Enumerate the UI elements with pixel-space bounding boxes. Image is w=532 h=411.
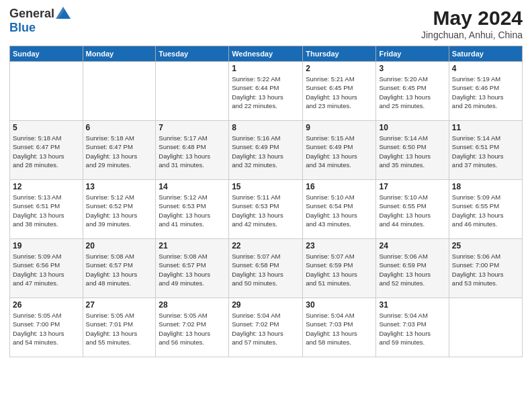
calendar-cell: 30Sunrise: 5:04 AMSunset: 7:03 PMDayligh… — [303, 298, 376, 357]
calendar-cell: 12Sunrise: 5:13 AMSunset: 6:51 PMDayligh… — [10, 180, 83, 239]
calendar-cell: 28Sunrise: 5:05 AMSunset: 7:02 PMDayligh… — [156, 298, 229, 357]
calendar-cell: 3Sunrise: 5:20 AMSunset: 6:45 PMDaylight… — [376, 62, 449, 121]
day-info: Sunrise: 5:09 AMSunset: 6:56 PMDaylight:… — [13, 252, 80, 287]
day-number: 19 — [13, 241, 80, 250]
header-wednesday: Wednesday — [229, 46, 303, 62]
day-info: Sunrise: 5:07 AMSunset: 6:59 PMDaylight:… — [306, 252, 373, 287]
calendar-cell: 18Sunrise: 5:09 AMSunset: 6:55 PMDayligh… — [449, 180, 522, 239]
day-number: 20 — [86, 241, 153, 250]
day-number: 7 — [159, 123, 226, 132]
header-tuesday: Tuesday — [156, 46, 229, 62]
day-number: 9 — [306, 123, 373, 132]
day-info: Sunrise: 5:08 AMSunset: 6:57 PMDaylight:… — [159, 252, 226, 287]
day-number: 29 — [232, 300, 300, 310]
day-info: Sunrise: 5:11 AMSunset: 6:53 PMDaylight:… — [232, 193, 300, 228]
day-info: Sunrise: 5:20 AMSunset: 6:45 PMDaylight:… — [379, 75, 445, 110]
day-info: Sunrise: 5:15 AMSunset: 6:49 PMDaylight:… — [306, 134, 373, 169]
calendar-cell: 1Sunrise: 5:22 AMSunset: 6:44 PMDaylight… — [229, 62, 303, 121]
calendar-cell: 25Sunrise: 5:06 AMSunset: 7:00 PMDayligh… — [449, 239, 522, 298]
calendar-cell: 14Sunrise: 5:12 AMSunset: 6:53 PMDayligh… — [156, 180, 229, 239]
day-number: 22 — [232, 241, 300, 250]
calendar-week-0: 1Sunrise: 5:22 AMSunset: 6:44 PMDaylight… — [10, 62, 523, 121]
day-info: Sunrise: 5:05 AMSunset: 7:02 PMDaylight:… — [159, 311, 226, 347]
day-number: 21 — [159, 241, 226, 250]
calendar-cell — [156, 62, 229, 121]
calendar-cell: 13Sunrise: 5:12 AMSunset: 6:52 PMDayligh… — [83, 180, 156, 239]
day-info: Sunrise: 5:08 AMSunset: 6:57 PMDaylight:… — [86, 252, 153, 287]
day-number: 10 — [379, 123, 445, 132]
day-number: 18 — [452, 182, 519, 191]
day-number: 14 — [159, 182, 226, 191]
day-info: Sunrise: 5:07 AMSunset: 6:58 PMDaylight:… — [232, 252, 300, 287]
calendar-cell: 24Sunrise: 5:06 AMSunset: 6:59 PMDayligh… — [376, 239, 449, 298]
calendar-cell: 2Sunrise: 5:21 AMSunset: 6:45 PMDaylight… — [303, 62, 376, 121]
day-info: Sunrise: 5:18 AMSunset: 6:47 PMDaylight:… — [13, 134, 80, 169]
day-info: Sunrise: 5:04 AMSunset: 7:03 PMDaylight:… — [306, 311, 373, 347]
calendar-cell: 17Sunrise: 5:10 AMSunset: 6:55 PMDayligh… — [376, 180, 449, 239]
calendar-cell: 23Sunrise: 5:07 AMSunset: 6:59 PMDayligh… — [303, 239, 376, 298]
header-monday: Monday — [83, 46, 156, 62]
calendar-cell: 5Sunrise: 5:18 AMSunset: 6:47 PMDaylight… — [10, 121, 83, 180]
day-info: Sunrise: 5:14 AMSunset: 6:51 PMDaylight:… — [452, 134, 519, 169]
day-info: Sunrise: 5:12 AMSunset: 6:52 PMDaylight:… — [86, 193, 153, 228]
day-info: Sunrise: 5:16 AMSunset: 6:49 PMDaylight:… — [232, 134, 300, 169]
calendar-cell: 29Sunrise: 5:04 AMSunset: 7:02 PMDayligh… — [229, 298, 303, 357]
calendar-cell: 21Sunrise: 5:08 AMSunset: 6:57 PMDayligh… — [156, 239, 229, 298]
day-number: 1 — [232, 64, 300, 73]
calendar: Sunday Monday Tuesday Wednesday Thursday… — [9, 46, 523, 357]
calendar-week-4: 26Sunrise: 5:05 AMSunset: 7:00 PMDayligh… — [10, 298, 523, 357]
calendar-header-row: Sunday Monday Tuesday Wednesday Thursday… — [10, 46, 523, 62]
calendar-cell — [83, 62, 156, 121]
day-info: Sunrise: 5:21 AMSunset: 6:45 PMDaylight:… — [306, 75, 373, 110]
day-number: 2 — [306, 64, 373, 73]
day-number: 23 — [306, 241, 373, 250]
day-info: Sunrise: 5:09 AMSunset: 6:55 PMDaylight:… — [452, 193, 519, 228]
day-number: 8 — [232, 123, 300, 132]
header: General Blue May 2024 Jingchuan, Anhui, … — [9, 7, 523, 40]
day-info: Sunrise: 5:06 AMSunset: 7:00 PMDaylight:… — [452, 252, 519, 287]
calendar-cell: 20Sunrise: 5:08 AMSunset: 6:57 PMDayligh… — [83, 239, 156, 298]
day-number: 24 — [379, 241, 445, 250]
calendar-cell: 22Sunrise: 5:07 AMSunset: 6:58 PMDayligh… — [229, 239, 303, 298]
day-info: Sunrise: 5:14 AMSunset: 6:50 PMDaylight:… — [379, 134, 445, 169]
header-saturday: Saturday — [449, 46, 522, 62]
logo: General Blue — [9, 7, 71, 35]
day-number: 16 — [306, 182, 373, 191]
calendar-cell: 16Sunrise: 5:10 AMSunset: 6:54 PMDayligh… — [303, 180, 376, 239]
day-info: Sunrise: 5:05 AMSunset: 7:00 PMDaylight:… — [13, 311, 80, 347]
day-number: 13 — [86, 182, 153, 191]
day-number: 15 — [232, 182, 300, 191]
calendar-cell: 15Sunrise: 5:11 AMSunset: 6:53 PMDayligh… — [229, 180, 303, 239]
location: Jingchuan, Anhui, China — [421, 30, 523, 40]
title-block: May 2024 Jingchuan, Anhui, China — [421, 7, 523, 40]
calendar-week-1: 5Sunrise: 5:18 AMSunset: 6:47 PMDaylight… — [10, 121, 523, 180]
calendar-cell — [10, 62, 83, 121]
day-info: Sunrise: 5:10 AMSunset: 6:55 PMDaylight:… — [379, 193, 445, 228]
day-number: 30 — [306, 300, 373, 310]
day-number: 6 — [86, 123, 153, 132]
day-info: Sunrise: 5:13 AMSunset: 6:51 PMDaylight:… — [13, 193, 80, 228]
day-number: 4 — [452, 64, 519, 73]
day-info: Sunrise: 5:18 AMSunset: 6:47 PMDaylight:… — [86, 134, 153, 169]
logo-general-text: General — [9, 7, 54, 21]
header-thursday: Thursday — [303, 46, 376, 62]
day-number: 27 — [86, 300, 153, 310]
day-number: 3 — [379, 64, 445, 73]
calendar-cell: 6Sunrise: 5:18 AMSunset: 6:47 PMDaylight… — [83, 121, 156, 180]
day-number: 5 — [13, 123, 80, 132]
logo-icon — [56, 7, 71, 19]
day-info: Sunrise: 5:04 AMSunset: 7:02 PMDaylight:… — [232, 311, 300, 347]
calendar-cell: 31Sunrise: 5:04 AMSunset: 7:03 PMDayligh… — [376, 298, 449, 357]
calendar-cell — [449, 298, 522, 357]
calendar-week-2: 12Sunrise: 5:13 AMSunset: 6:51 PMDayligh… — [10, 180, 523, 239]
day-info: Sunrise: 5:05 AMSunset: 7:01 PMDaylight:… — [86, 311, 153, 347]
day-number: 26 — [13, 300, 80, 310]
calendar-cell: 26Sunrise: 5:05 AMSunset: 7:00 PMDayligh… — [10, 298, 83, 357]
month-title: May 2024 — [421, 7, 523, 30]
day-number: 17 — [379, 182, 445, 191]
calendar-week-3: 19Sunrise: 5:09 AMSunset: 6:56 PMDayligh… — [10, 239, 523, 298]
day-info: Sunrise: 5:22 AMSunset: 6:44 PMDaylight:… — [232, 75, 300, 110]
day-info: Sunrise: 5:06 AMSunset: 6:59 PMDaylight:… — [379, 252, 445, 287]
day-info: Sunrise: 5:10 AMSunset: 6:54 PMDaylight:… — [306, 193, 373, 228]
day-number: 31 — [379, 300, 445, 310]
